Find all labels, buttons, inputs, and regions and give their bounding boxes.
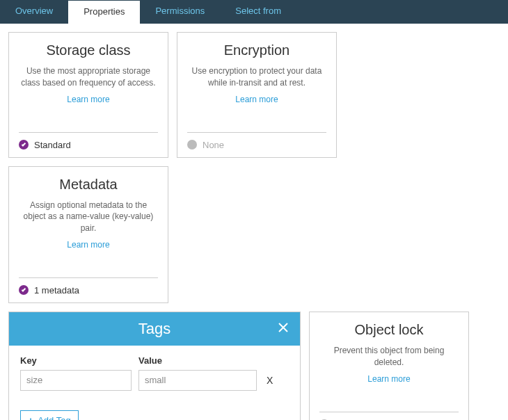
card-title: Object lock (319, 322, 459, 338)
tab-properties[interactable]: Properties (68, 0, 140, 24)
add-tag-label: Add Tag (38, 415, 70, 420)
card-title: Storage class (19, 42, 158, 58)
learn-more-link[interactable]: Learn more (19, 95, 158, 104)
add-tag-button[interactable]: + Add Tag (20, 410, 79, 420)
plus-icon: + (28, 415, 33, 420)
card-footer: Standard (19, 132, 158, 157)
card-footer: None (187, 132, 326, 157)
status-text: Standard (34, 140, 71, 150)
dot-icon (187, 140, 197, 150)
card-desc: Assign optional metadata to the object a… (19, 200, 158, 234)
status-text: 1 metadata (34, 285, 79, 296)
status-text: None (203, 140, 224, 150)
card-title: Metadata (19, 177, 158, 193)
remove-tag-icon[interactable]: X (264, 375, 276, 386)
learn-more-link[interactable]: Learn more (19, 240, 158, 250)
card-title: Encryption (187, 42, 326, 58)
card-desc: Use the most appropriate storage class b… (19, 65, 158, 89)
close-icon[interactable] (276, 321, 290, 337)
card-metadata[interactable]: Metadata Assign optional metadata to the… (8, 166, 168, 303)
value-label: Value (138, 355, 162, 366)
card-encryption[interactable]: Encryption Use encryption to protect you… (177, 32, 337, 158)
card-desc: Use encryption to protect your data whil… (187, 65, 326, 89)
tag-value-input[interactable] (138, 370, 257, 391)
check-icon (19, 285, 29, 295)
card-footer: Disabled (319, 412, 459, 420)
tab-bar: Overview Properties Permissions Select f… (0, 0, 508, 24)
card-object-lock[interactable]: Object lock Prevent this object from bei… (309, 312, 469, 420)
card-tags: Tags Key Value X + Add Tag To enable rep… (8, 312, 301, 420)
tab-select-from[interactable]: Select from (220, 0, 296, 24)
tags-header: Tags (9, 312, 300, 346)
card-desc: Prevent this object from being deleted. (319, 345, 459, 369)
card-storage-class[interactable]: Storage class Use the most appropriate s… (8, 32, 168, 158)
learn-more-link[interactable]: Learn more (319, 374, 459, 384)
key-label: Key (20, 355, 138, 366)
tab-overview[interactable]: Overview (0, 0, 68, 24)
card-footer: 1 metadata (19, 277, 158, 302)
check-icon (19, 140, 29, 150)
learn-more-link[interactable]: Learn more (187, 95, 326, 104)
tab-permissions[interactable]: Permissions (140, 0, 220, 24)
tag-key-input[interactable] (20, 370, 132, 391)
tags-title: Tags (138, 320, 170, 338)
